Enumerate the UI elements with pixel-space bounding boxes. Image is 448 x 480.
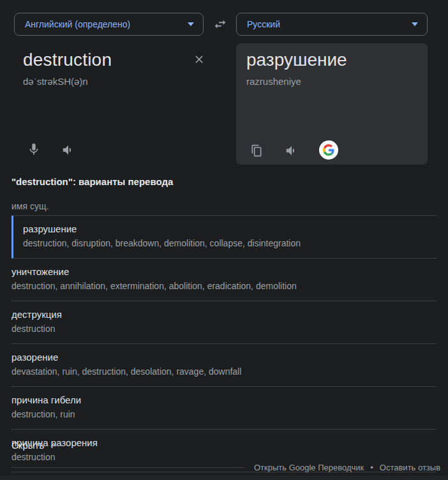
translation-word: причина гибели [11, 394, 437, 406]
translation-word: деструкция [11, 309, 437, 320]
speaker-icon [61, 143, 75, 157]
language-bar: Английский (определено) Русский [14, 13, 428, 36]
translation-synonyms: destruction, annihilation, extermination… [11, 281, 437, 292]
footer-divider [11, 467, 244, 468]
source-language-select[interactable]: Английский (определено) [14, 13, 204, 36]
footer: Открыть Google Переводчик • Оставить отз… [11, 461, 428, 474]
copy-icon [250, 144, 263, 157]
open-google-translate-link[interactable]: Открыть Google Переводчик [254, 463, 364, 472]
leave-feedback-link[interactable]: Оставить отзыв [380, 463, 440, 472]
translation-row[interactable]: разрушение destruction, disruption, brea… [11, 216, 437, 259]
translation-synonyms: destruction, disruption, breakdown, demo… [23, 238, 437, 249]
translation-row[interactable]: разорение devastation, ruin, destruction… [11, 344, 437, 387]
translations-header: "destruction": варианты перевода [11, 176, 173, 187]
source-text[interactable]: destruction [23, 50, 112, 70]
translation-synonyms: destruction, ruin [11, 409, 437, 420]
collapse-label: Скрыть [11, 440, 44, 451]
collapse-translations-button[interactable]: Скрыть [11, 439, 59, 451]
translation-row[interactable]: причина гибели destruction, ruin [11, 387, 437, 430]
google-translate-button[interactable] [319, 140, 338, 160]
translated-text[interactable]: разрушение [246, 50, 347, 70]
chevron-down-icon [188, 22, 194, 26]
copy-translation-button[interactable] [250, 144, 263, 160]
footer-links: Открыть Google Переводчик • Оставить отз… [254, 463, 440, 472]
target-language-label: Русский [247, 19, 280, 29]
listen-translation-button[interactable] [285, 144, 299, 160]
swap-languages-button[interactable] [204, 17, 236, 31]
google-g-icon [323, 144, 334, 156]
chevron-up-icon [48, 439, 59, 451]
translation-word: разрушение [23, 223, 437, 235]
swap-arrows-icon [213, 17, 227, 31]
transliteration: razrusheniye [246, 76, 301, 87]
microphone-icon [27, 142, 41, 156]
translation-row[interactable]: деструкция destruction [11, 301, 437, 344]
clear-source-button[interactable] [192, 52, 206, 66]
translation-row[interactable]: уничтожение destruction, annihilation, e… [11, 259, 437, 301]
translation-synonyms: destruction [11, 324, 437, 334]
translation-card: разрушение razrusheniye [236, 43, 428, 165]
chevron-down-icon [412, 22, 418, 26]
source-pronunciation: dəˈstrəkSH(ə)n [23, 76, 88, 87]
translation-synonyms: devastation, ruin, destruction, desolati… [11, 366, 437, 377]
bottom-edge-strip [0, 476, 448, 480]
microphone-button[interactable] [27, 142, 41, 159]
close-icon [193, 53, 205, 66]
listen-source-button[interactable] [61, 143, 75, 160]
footer-dot-separator: • [370, 463, 373, 472]
part-of-speech-label: имя сущ. [11, 201, 49, 211]
source-language-label: Английский (определено) [25, 19, 130, 29]
translate-widget: Английский (определено) Русский destruct… [0, 0, 448, 480]
translation-word: уничтожение [11, 266, 437, 278]
translation-word: разорение [11, 352, 437, 363]
speaker-icon [285, 144, 299, 158]
target-language-select[interactable]: Русский [236, 13, 428, 36]
translation-word: причина разорения [11, 437, 437, 449]
translations-table: разрушение destruction, disruption, brea… [11, 215, 437, 472]
